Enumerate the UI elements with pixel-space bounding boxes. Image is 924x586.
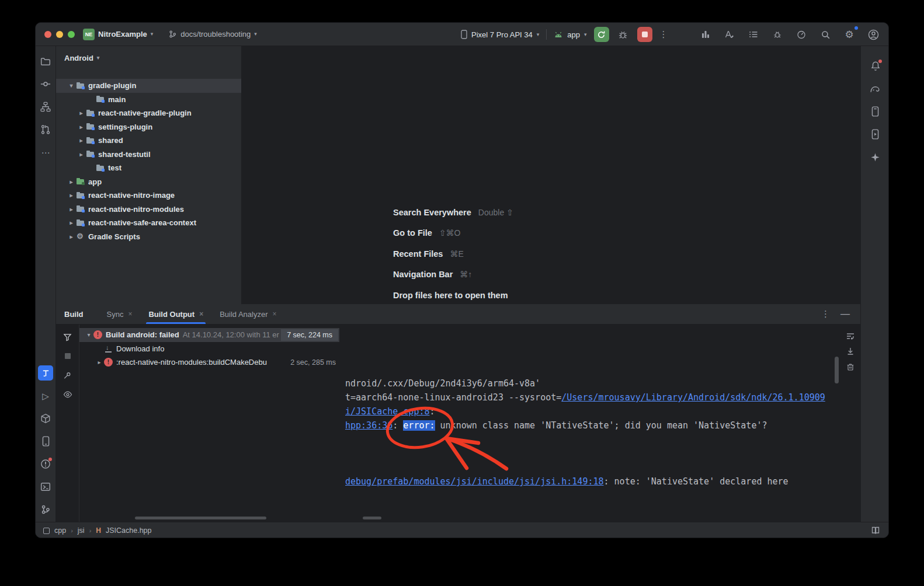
module-icon — [43, 528, 50, 534]
structure-tool-icon[interactable] — [38, 99, 53, 114]
console-actions — [840, 332, 860, 371]
soft-wrap-icon[interactable] — [846, 332, 855, 341]
console-horizontal-scrollbar[interactable] — [363, 517, 381, 519]
ai-rename-icon[interactable] — [722, 27, 737, 41]
build-console[interactable]: ndroid/.cxx/Debug/2nd4i3y6/arm64-v8a't=a… — [339, 325, 835, 522]
device-explorer-tool-icon[interactable] — [38, 434, 53, 449]
console-link[interactable]: /Users/mrousavy/Library/Android/sdk/ndk/… — [561, 392, 825, 403]
tab-sync[interactable]: Sync× — [99, 304, 141, 324]
profile-icon[interactable] — [866, 27, 880, 41]
console-vertical-scrollbar[interactable] — [835, 357, 839, 383]
project-tree-item[interactable]: ▸shared — [56, 134, 241, 148]
close-icon[interactable]: × — [199, 310, 203, 318]
scroll-to-end-icon[interactable] — [846, 347, 855, 356]
folder-icon — [76, 81, 85, 90]
problems-tool-icon[interactable] — [38, 456, 53, 472]
project-tree-item[interactable]: ▸Gradle Scripts — [56, 230, 241, 244]
debug-button[interactable] — [616, 27, 630, 41]
project-view-selector[interactable]: Android ▾ — [56, 46, 241, 62]
breadcrumb-item[interactable]: jsi — [78, 526, 85, 535]
tab-build-output[interactable]: Build Output× — [140, 304, 211, 324]
more-tools-icon[interactable]: ⋯ — [38, 145, 53, 160]
chevron-right-icon[interactable]: ▸ — [67, 219, 76, 226]
tab-label: Sync — [107, 310, 124, 319]
project-tree-item[interactable]: ▸shared-testutil — [56, 148, 241, 162]
device-streaming-icon[interactable] — [699, 27, 713, 41]
chevron-right-icon[interactable]: ▸ — [67, 179, 76, 185]
tab-build-analyzer[interactable]: Build Analyzer× — [211, 304, 284, 324]
build-tree-horizontal-scrollbar[interactable] — [135, 517, 266, 519]
console-link[interactable]: hpp:36:36 — [345, 420, 392, 431]
chevron-right-icon[interactable]: ▸ — [77, 151, 86, 158]
profiler-icon[interactable] — [794, 27, 808, 41]
project-tree-item[interactable]: ▸react-native-safe-area-context — [56, 216, 241, 230]
chevron-right-icon[interactable]: ▸ — [67, 206, 76, 212]
commit-tool-icon[interactable] — [38, 76, 53, 92]
inspect-icon[interactable] — [61, 388, 75, 402]
chevron-right-icon[interactable]: ▸ — [77, 110, 86, 116]
terminal-tool-icon[interactable] — [38, 479, 53, 494]
chevron-right-icon[interactable]: ▸ — [67, 233, 76, 240]
search-icon[interactable] — [818, 27, 832, 41]
stop-build-icon[interactable] — [61, 349, 75, 363]
project-tree-item[interactable]: ▸react-native-gradle-plugin — [56, 106, 241, 120]
build-tree-item[interactable]: Download info — [79, 342, 339, 356]
build-tree-item[interactable]: ▸!:react-native-nitro-modules:buildCMake… — [79, 355, 339, 369]
device-manager-tool-icon[interactable] — [868, 104, 883, 119]
tree-item-label: test — [108, 163, 121, 172]
close-icon[interactable]: × — [273, 310, 277, 318]
hide-panel-icon[interactable]: — — [840, 309, 850, 319]
chevron-right-icon[interactable]: ▸ — [95, 359, 104, 365]
todo-list-icon[interactable] — [746, 27, 760, 41]
build-tree-item[interactable]: ▾!Build android: failedAt 14.10.24, 12:0… — [79, 328, 339, 342]
settings-icon[interactable]: ⚙ — [842, 27, 856, 41]
chevron-down-icon[interactable]: ▾ — [67, 82, 76, 89]
stop-button[interactable] — [637, 27, 652, 42]
vcs-branch-selector[interactable]: docs/troubleshooting ▾ — [168, 30, 257, 39]
build-tool-icon[interactable] — [38, 365, 53, 381]
project-tree-item[interactable]: ▾gradle-plugin — [56, 79, 241, 93]
clear-console-icon[interactable] — [846, 362, 855, 371]
chevron-down-icon: ▾ — [584, 32, 587, 37]
project-tool-icon[interactable] — [38, 54, 53, 69]
project-tree-item[interactable]: ▸react-native-nitro-modules — [56, 203, 241, 217]
editor-area[interactable]: Search EverywhereDouble ⇧Go to File⇧⌘ORe… — [241, 46, 860, 304]
project-tree-item[interactable]: ▸react-native-nitro-image — [56, 189, 241, 203]
project-selector[interactable]: NE NitroExample ▾ — [83, 29, 153, 40]
close-icon[interactable]: × — [128, 310, 132, 318]
filter-icon[interactable] — [61, 330, 75, 344]
close-window-button[interactable] — [44, 31, 51, 38]
ai-assistant-icon[interactable] — [868, 149, 883, 165]
reader-mode-icon[interactable] — [871, 526, 880, 535]
console-line — [345, 432, 835, 447]
panel-options-icon[interactable]: ⋮ — [821, 309, 830, 319]
project-tree-item[interactable]: ▸app — [56, 175, 241, 189]
attach-debugger-icon[interactable] — [770, 27, 784, 41]
chevron-right-icon[interactable]: ▸ — [77, 137, 86, 144]
pin-icon[interactable] — [61, 368, 75, 382]
gradle-tool-icon[interactable] — [868, 81, 883, 96]
breadcrumb-item[interactable]: cpp — [54, 526, 66, 535]
project-tree-item[interactable]: test — [56, 161, 241, 175]
chevron-right-icon[interactable]: ▸ — [77, 124, 86, 130]
breadcrumb-item[interactable]: JSICache.hpp — [106, 526, 152, 535]
folder-icon — [76, 191, 85, 200]
project-tree-item[interactable]: main — [56, 93, 241, 107]
run-tool-icon[interactable]: ▷ — [38, 388, 53, 403]
console-link[interactable]: debug/prefab/modules/jsi/include/jsi/jsi… — [345, 476, 604, 487]
zoom-window-button[interactable] — [68, 31, 75, 38]
chevron-down-icon[interactable]: ▾ — [84, 332, 93, 338]
device-selector[interactable]: Pixel 7 Pro API 34 ▾ — [461, 30, 539, 39]
packages-tool-icon[interactable] — [38, 411, 53, 426]
rerun-button[interactable] — [594, 27, 609, 42]
version-control-tool-icon[interactable] — [38, 502, 53, 517]
project-tree-item[interactable]: ▸settings-plugin — [56, 120, 241, 134]
notifications-icon[interactable] — [868, 58, 883, 74]
running-devices-tool-icon[interactable] — [868, 127, 883, 142]
more-actions-icon[interactable]: ⋮ — [659, 29, 668, 40]
pull-requests-tool-icon[interactable] — [38, 122, 53, 137]
minimize-window-button[interactable] — [56, 31, 63, 38]
console-link[interactable]: i/JSICache.cpp:8 — [345, 406, 430, 417]
run-configuration-selector[interactable]: app ▾ — [554, 30, 586, 39]
chevron-right-icon[interactable]: ▸ — [67, 192, 76, 198]
